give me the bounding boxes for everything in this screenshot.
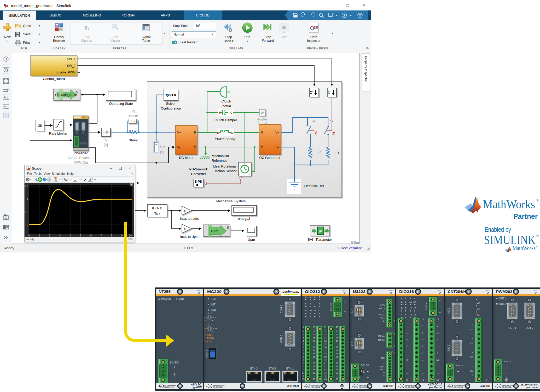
svg-text:⊥: ⊥ (324, 375, 326, 377)
svg-text:6: 6 (90, 234, 92, 237)
svg-text:+24V DC: +24V DC (382, 385, 393, 388)
svg-text:IND.CONT.EQ.: IND.CONT.EQ. (311, 386, 320, 388)
svg-text:41: 41 (324, 362, 327, 365)
svg-text:12: 12 (409, 313, 412, 316)
svg-text:⊥: ⊥ (313, 343, 315, 345)
svg-text:UL: UL (355, 385, 357, 388)
svg-text:OperatingState: OperatingState (55, 93, 77, 97)
svg-text:8: 8 (405, 313, 406, 316)
svg-text:44: 44 (324, 372, 327, 374)
svg-text:⊥: ⊥ (302, 359, 304, 361)
svg-text:−: − (472, 347, 473, 349)
svg-text:A: A (238, 174, 241, 175)
svg-text:34: 34 (324, 340, 327, 342)
svg-text:−: − (383, 371, 385, 374)
svg-text:26: 26 (313, 362, 315, 365)
svg-text:6: 6 (211, 312, 212, 314)
svg-text:R: R (217, 131, 219, 134)
svg-text:16: 16 (312, 326, 315, 328)
svg-text:12: 12 (302, 365, 305, 368)
svg-text:38: 38 (38, 124, 42, 128)
svg-text:−: − (439, 310, 441, 314)
svg-text:3: 3 (406, 359, 408, 361)
svg-text:16: 16 (313, 330, 315, 333)
svg-text:+24V DC: +24V DC (479, 385, 490, 388)
svg-text:2GB RAM: 2GB RAM (287, 385, 299, 388)
svg-text:45: 45 (324, 378, 327, 381)
svg-text:37: 37 (324, 349, 327, 352)
svg-text:5V: 5V (363, 370, 365, 373)
svg-text:L2: L2 (318, 151, 321, 155)
svg-text:↷: ↷ (131, 172, 133, 175)
svg-text:11: 11 (436, 345, 439, 348)
svg-text:Shunt: Shunt (129, 138, 138, 142)
svg-text:per Output: per Output (526, 386, 538, 389)
svg-text:Reference: Reference (212, 159, 227, 163)
svg-text:-AO4: -AO4 (379, 316, 385, 319)
svg-text:C: C (209, 321, 210, 322)
svg-text:+AO4: +AO4 (379, 313, 385, 316)
svg-text:2: 2 (206, 313, 207, 315)
svg-text:22: 22 (313, 349, 315, 352)
svg-text:46: 46 (336, 330, 338, 333)
svg-text:S PS: S PS (195, 180, 202, 183)
svg-text:-K-: -K- (183, 209, 187, 212)
svg-text:2: 2 (401, 301, 402, 303)
svg-text:PS: PS (332, 131, 335, 135)
svg-text:Control_Board: Control_Board (43, 77, 65, 81)
svg-text:INIT1: INIT1 (379, 365, 385, 368)
svg-text:1: 1 (27, 198, 28, 201)
svg-text:?: ? (343, 13, 345, 17)
svg-text:US LISTED 24NB: US LISTED 24NB (311, 384, 322, 386)
svg-text:2: 2 (406, 345, 408, 348)
svg-text:38: 38 (324, 352, 327, 355)
svg-text:59: 59 (336, 372, 338, 374)
svg-text:-: - (156, 149, 156, 152)
svg-text:Partner: Partner (513, 212, 538, 221)
svg-text:−: − (472, 360, 473, 363)
svg-text:12: 12 (484, 379, 487, 382)
svg-text:C2: C2 (477, 302, 480, 304)
svg-text:PS: PS (310, 91, 313, 95)
svg-text:13: 13 (414, 294, 416, 297)
svg-text:1: 1 (303, 326, 304, 328)
svg-text:inc/s to Upm: inc/s to Upm (180, 235, 198, 239)
svg-text:1: 1 (406, 318, 408, 321)
svg-text:8: 8 (422, 372, 423, 375)
svg-text:54: 54 (336, 356, 338, 358)
svg-text:1: 1 (406, 331, 408, 334)
svg-text:c: c (352, 385, 353, 388)
svg-text:OUT-1: OUT-1 (499, 297, 507, 300)
svg-text:8: 8 (213, 316, 214, 318)
svg-text:−: − (383, 374, 385, 377)
svg-text:+24V DC/1A: +24V DC/1A (428, 383, 443, 386)
svg-text:+: + (406, 352, 408, 354)
svg-text:INIT: INIT (211, 303, 216, 306)
svg-text:+: + (155, 143, 157, 146)
svg-text:Converter: Converter (191, 172, 206, 176)
svg-text:V+: V+ (275, 131, 279, 134)
svg-text:R: R (219, 111, 221, 114)
svg-text:TEST: TEST (207, 333, 213, 336)
svg-text:7: 7 (394, 379, 395, 382)
svg-text:⊥: ⊥ (382, 310, 385, 313)
svg-text:View: View (44, 172, 50, 176)
svg-text:8: 8 (213, 328, 214, 330)
svg-text:−: − (406, 338, 408, 341)
svg-text:36: 36 (436, 379, 439, 382)
svg-text:per Output: per Output (429, 386, 443, 389)
svg-text:5: 5 (80, 234, 82, 237)
svg-text:IND.CONT.EQ.: IND.CONT.EQ. (164, 386, 174, 388)
svg-text:47: 47 (336, 333, 338, 336)
svg-text:1: 1 (394, 332, 395, 335)
svg-text:18..48V DC/2.5A: 18..48V DC/2.5A (521, 383, 539, 386)
svg-text:53: 53 (336, 352, 338, 355)
svg-text:+: + (439, 299, 441, 303)
svg-text:30: 30 (313, 378, 315, 381)
svg-text:V+: V+ (177, 131, 181, 134)
svg-text:5: 5 (305, 302, 306, 305)
svg-text:DIO216: DIO216 (399, 289, 414, 294)
svg-text:V-: V- (177, 146, 180, 149)
svg-text:13: 13 (436, 359, 439, 361)
svg-text:f(x) = 0: f(x) = 0 (166, 93, 176, 97)
